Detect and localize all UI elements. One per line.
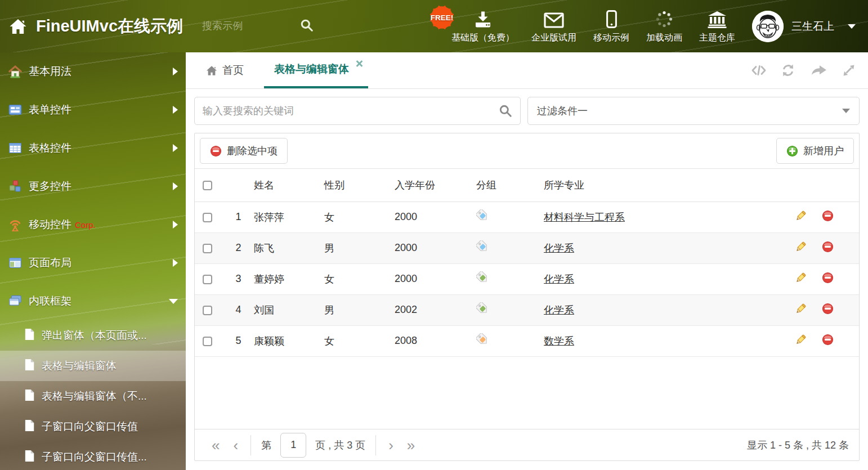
next-page-icon[interactable] [382, 438, 400, 453]
major-link[interactable]: 材料科学与工程系 [544, 212, 625, 223]
tag-icon [476, 240, 489, 253]
sidebar-subitem-grid-edit-window[interactable]: 表格与编辑窗体 [0, 351, 186, 381]
users-table: 姓名 性别 入学年份 分组 所学专业 1 张萍萍 [195, 169, 859, 357]
delete-icon[interactable] [822, 334, 834, 346]
prev-page-icon[interactable] [226, 438, 245, 453]
major-link[interactable]: 数学系 [544, 335, 574, 347]
filter-dropdown[interactable]: 过滤条件一 [527, 97, 860, 125]
edit-icon[interactable] [795, 334, 807, 346]
select-all-checkbox[interactable] [203, 181, 212, 190]
sidebar-subitem-label: 弹出窗体（本页面或... [42, 328, 147, 343]
header-search [202, 19, 314, 34]
delete-icon[interactable] [822, 272, 834, 284]
page-prefix: 第 [261, 438, 271, 452]
delete-icon[interactable] [822, 303, 834, 315]
delete-icon[interactable] [822, 241, 834, 253]
nav-basic-edition[interactable]: FREE! 基础版（免费） [451, 9, 514, 44]
sidebar-subitem-popup-window[interactable]: 弹出窗体（本页面或... [0, 320, 186, 351]
edit-icon[interactable] [795, 303, 807, 315]
antenna-icon [8, 218, 22, 231]
user-menu[interactable]: 三生石上 [752, 11, 856, 42]
chevron-down-icon [169, 299, 178, 304]
edit-icon[interactable] [795, 272, 807, 284]
delete-icon[interactable] [822, 210, 834, 222]
header-search-input[interactable] [202, 20, 287, 32]
column-header-actions [769, 169, 859, 202]
sidebar-item-form-controls[interactable]: 表单控件 [0, 91, 186, 129]
nav-theme-repo[interactable]: 主题仓库 [699, 9, 735, 44]
search-icon[interactable] [499, 104, 512, 118]
grid-panel: 删除选中项 新增用户 [194, 133, 860, 461]
chevron-right-icon [173, 221, 178, 229]
row-checkbox[interactable] [203, 337, 212, 346]
sidebar-subitem-label: 表格与编辑窗体 [42, 359, 117, 373]
nav-label: 企业版试用 [531, 32, 576, 44]
sidebar-item-label: 页面布局 [29, 256, 71, 270]
sidebar-subitem-label: 子窗口向父窗口传值... [42, 450, 147, 464]
first-page-icon[interactable] [205, 438, 226, 453]
sidebar-item-grid-controls[interactable]: 表格控件 [0, 129, 186, 167]
tab-bar: 首页 表格与编辑窗体 [186, 52, 868, 89]
major-link[interactable]: 化学系 [544, 274, 574, 285]
nav-loading-animation[interactable]: 加载动画 [646, 9, 682, 44]
table-row: 3 董婷婷 女 2000 化学系 [195, 263, 859, 294]
sidebar-item-more-controls[interactable]: 更多控件 [0, 167, 186, 205]
row-checkbox[interactable] [203, 275, 212, 284]
source-code-icon[interactable] [751, 64, 766, 77]
edit-icon[interactable] [795, 210, 807, 222]
delete-selected-button[interactable]: 删除选中项 [200, 138, 288, 164]
chevron-down-icon [842, 109, 850, 113]
keyword-search-input[interactable] [203, 105, 499, 117]
close-icon[interactable] [356, 60, 363, 67]
expand-icon[interactable] [842, 64, 856, 77]
nav-mobile-demo[interactable]: 移动示例 [593, 9, 629, 44]
free-badge-label: FREE! [431, 14, 454, 22]
row-checkbox[interactable] [203, 306, 212, 315]
column-header-name: 姓名 [254, 169, 324, 202]
nav-label: 加载动画 [646, 32, 682, 44]
refresh-icon[interactable] [781, 64, 795, 77]
last-page-icon[interactable] [400, 438, 422, 453]
cubes-icon [8, 180, 22, 193]
home-icon[interactable] [9, 18, 27, 35]
row-number: 3 [223, 263, 254, 294]
cell-year: 2000 [395, 232, 476, 263]
page-content: 过滤条件一 删除选中项 新增用户 [186, 89, 868, 470]
row-number: 4 [223, 294, 254, 325]
sidebar-item-basic-usage[interactable]: 基本用法 [0, 52, 186, 91]
sidebar-item-iframe[interactable]: 内联框架 [0, 282, 186, 320]
layout-icon [8, 256, 22, 270]
filter-row: 过滤条件一 [194, 97, 860, 125]
column-header-major: 所学专业 [544, 169, 769, 202]
sidebar-subitem-child-to-parent[interactable]: 子窗口向父窗口传值 [0, 411, 186, 442]
row-checkbox[interactable] [203, 244, 212, 253]
sidebar-item-mobile-controls[interactable]: 移动控件 Corp. [0, 205, 186, 244]
plus-circle-icon [786, 145, 798, 157]
row-number: 2 [223, 232, 254, 263]
search-icon[interactable] [300, 19, 314, 34]
share-icon[interactable] [810, 64, 827, 77]
main-area: 首页 表格与编辑窗体 [186, 52, 868, 470]
major-link[interactable]: 化学系 [544, 243, 574, 254]
file-icon [24, 419, 35, 435]
add-user-button[interactable]: 新增用户 [776, 138, 854, 164]
tab-label: 表格与编辑窗体 [274, 62, 349, 77]
tab-home[interactable]: 首页 [196, 52, 254, 88]
filter-dropdown-value: 过滤条件一 [537, 104, 588, 118]
sidebar-subitem-grid-edit-window-2[interactable]: 表格与编辑窗体（不... [0, 381, 186, 411]
nav-enterprise-trial[interactable]: 企业版试用 [531, 9, 576, 44]
row-number: 5 [223, 325, 254, 356]
column-header-group: 分组 [476, 169, 544, 202]
tab-grid-edit-window[interactable]: 表格与编辑窗体 [264, 52, 368, 88]
cell-gender: 女 [324, 202, 395, 232]
cell-name: 刘国 [254, 294, 324, 325]
cell-year: 2000 [395, 202, 476, 232]
row-checkbox[interactable] [203, 213, 212, 222]
nav-label: 基础版（免费） [451, 32, 514, 44]
house-icon [8, 65, 22, 78]
major-link[interactable]: 化学系 [544, 305, 574, 316]
sidebar-subitem-child-to-parent-2[interactable]: 子窗口向父窗口传值... [0, 442, 186, 470]
sidebar-item-page-layout[interactable]: 页面布局 [0, 244, 186, 282]
page-number-input[interactable] [280, 433, 306, 458]
edit-icon[interactable] [795, 241, 807, 253]
